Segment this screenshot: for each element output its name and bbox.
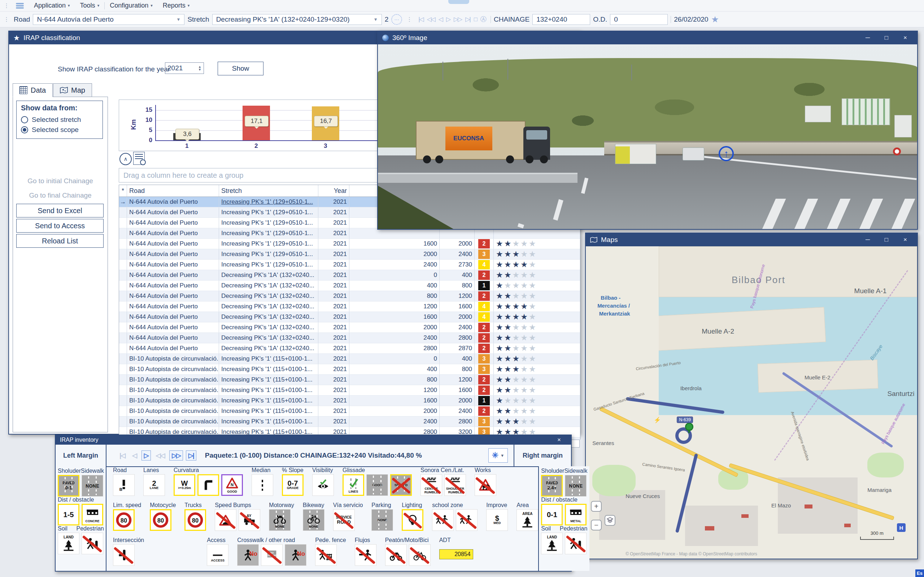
inventory-tile-truck[interactable]: AY: [239, 509, 260, 531]
table-row[interactable]: N-644 Autovía del PuertoDecreasing PK's …: [119, 312, 580, 322]
table-row[interactable]: BI-10 Autopista de circunvalació...Incre…: [119, 396, 580, 406]
table-row[interactable]: N-644 Autovía del PuertoDecreasing PK's …: [119, 333, 580, 343]
inventory-tile-w[interactable]: W>=3.25m: [174, 474, 195, 496]
table-row[interactable]: BI-10 Autopista de circunvalació...Incre…: [119, 406, 580, 416]
inventory-tile-1-5[interactable]: 1-5: [58, 504, 79, 525]
inventory-tile-roadx[interactable]: SEALED: [390, 474, 412, 496]
table-row[interactable]: N-644 Autovía del PuertoDecreasing PK's …: [119, 270, 580, 280]
inventory-tile-road[interactable]: NONE: [565, 475, 586, 496]
layers-button[interactable]: [604, 515, 615, 526]
tab-data[interactable]: Data: [13, 83, 53, 97]
send-to-excel-button[interactable]: Send to Excel: [16, 204, 103, 218]
table-row[interactable]: N-644 Autovía del PuertoDecreasing PK's …: [119, 322, 580, 333]
column-header[interactable]: Road: [127, 185, 219, 197]
menu-item-tools[interactable]: Tools▾: [75, 2, 105, 10]
inventory-tile-eye[interactable]: [312, 474, 334, 496]
send-to-access-button[interactable]: Send to Access: [16, 219, 103, 233]
inventory-tile-pedsign[interactable]: PEDCROSSING: [261, 544, 283, 566]
inventory-nav-icon[interactable]: ▷|: [186, 450, 196, 461]
toolbar-nav-icon[interactable]: ▷|: [464, 16, 472, 23]
toolbar-nav-icon[interactable]: Ⓐ: [478, 15, 488, 23]
inventory-tile-road[interactable]: PAVED0-1: [58, 475, 79, 496]
street-photo[interactable]: EUCONSA ↑: [378, 44, 917, 229]
table-row[interactable]: N-644 Autovía del PuertoDecreasing PK's …: [119, 343, 580, 354]
table-row[interactable]: N-644 Autovía del PuertoDecreasing PK's …: [119, 291, 580, 301]
inventory-tile-pedfence[interactable]: [315, 544, 337, 566]
top-center-tab[interactable]: [448, 0, 469, 4]
inventory-tile-pedbollard[interactable]: [565, 533, 586, 554]
year-spinner[interactable]: 2021 ▲▼: [165, 62, 204, 74]
toolbar-nav-icon[interactable]: □: [472, 16, 478, 23]
inventory-tile-median[interactable]: [252, 474, 273, 496]
inventory-tile-tree[interactable]: LAND: [58, 533, 79, 554]
inventory-tile-turn[interactable]: [197, 474, 219, 496]
inventory-tile-s80[interactable]: 80: [184, 509, 206, 531]
table-row[interactable]: BI-10 Autopista de circunvalació...Incre…: [119, 385, 580, 396]
inventory-tile-s80[interactable]: 80: [113, 509, 135, 531]
inventory-nav-icon[interactable]: ◁: [130, 451, 139, 460]
toolbar-nav-icon[interactable]: ◁◁: [425, 16, 437, 23]
maximize-button[interactable]: □: [879, 34, 894, 42]
close-button[interactable]: ×: [898, 34, 913, 42]
inventory-nav-icon[interactable]: |◁: [117, 451, 127, 460]
inventory-tile-intersect[interactable]: [113, 544, 135, 566]
table-row[interactable]: BI-10 Autopista de circunvalació...Incre…: [119, 416, 580, 427]
inventory-tile-road[interactable]: NONE: [82, 475, 103, 496]
inventory-tile-road[interactable]: PAVED2.4+: [541, 475, 563, 496]
inventory-tile-lines[interactable]: LINES: [342, 474, 364, 496]
inventory-tile-works[interactable]: [475, 474, 496, 496]
menu-item-reports[interactable]: Reports▾: [158, 2, 195, 10]
collapse-chart-button[interactable]: ∧: [120, 153, 132, 165]
close-button[interactable]: ×: [898, 236, 913, 243]
inventory-tile-barrier[interactable]: METAL: [565, 504, 586, 525]
inventory-tile-road[interactable]: SERVICEROAD: [333, 509, 355, 531]
inventory-tile-motob[interactable]: [385, 544, 407, 566]
menu-item-application[interactable]: Application▾: [29, 2, 75, 10]
inventory-tile-bump[interactable]: [215, 509, 236, 531]
inventory-tile-2[interactable]: 2LANE: [143, 474, 165, 496]
inventory-tile-warnN[interactable]: NGOOD: [221, 474, 243, 496]
chainage-input[interactable]: 132+0240: [532, 14, 590, 25]
od-input[interactable]: 0: [610, 14, 668, 25]
inventory-tile-bulb[interactable]: [402, 509, 423, 531]
tab-map[interactable]: Map: [53, 83, 92, 97]
inventory-tile-road[interactable]: NONE: [372, 509, 393, 531]
zoom-in-button[interactable]: +: [591, 501, 602, 512]
toolbar-nav-icon[interactable]: ▷: [444, 16, 452, 23]
map-canvas[interactable]: ⚡ Bilbao PortMuelle A-1Muelle A-2Bilbao …: [586, 246, 917, 559]
stretch-select[interactable]: Decreasing PK's '1A' (132+0240-129+0320)…: [212, 14, 382, 25]
inventory-settings-button[interactable]: ✳▼: [488, 448, 508, 463]
inventory-tile-barrier[interactable]: CONCRE: [82, 504, 103, 525]
inventory-tile-school[interactable]: [432, 509, 454, 531]
menu-item-configuration[interactable]: Configuration▾: [105, 2, 158, 10]
inventory-nav-icon[interactable]: ◁◁: [154, 451, 167, 460]
table-row[interactable]: N-644 Autovía del PuertoDecreasing PK's …: [119, 301, 580, 312]
table-row[interactable]: BI-10 Autopista de circunvalació...Incre…: [119, 354, 580, 364]
inventory-tile-motob[interactable]: NONE: [269, 509, 291, 531]
inventory-tile-roadB[interactable]: B: [113, 474, 135, 496]
inventory-tile-school[interactable]: [456, 509, 478, 531]
inventory-tile-s80[interactable]: 80: [150, 509, 171, 531]
radio-selected-stretch[interactable]: Selected stretch: [21, 116, 102, 124]
column-header-marker[interactable]: *: [119, 185, 127, 197]
inventory-tile-rumble[interactable]: CENTRE RUMBLE: [420, 474, 442, 496]
spinner-arrows-icon[interactable]: ▲▼: [198, 65, 201, 71]
navigation-arrow-icon[interactable]: ↑: [719, 146, 734, 161]
zoom-out-button[interactable]: −: [591, 520, 602, 530]
maximize-button[interactable]: □: [879, 236, 894, 243]
grid-settings-icon[interactable]: [133, 152, 145, 165]
table-row[interactable]: N-644 Autovía del PuertoIncreasing PK's …: [119, 259, 580, 270]
table-row[interactable]: N-644 Autovía del PuertoIncreasing PK's …: [119, 249, 580, 259]
toolbar-nav-icon[interactable]: ◁: [437, 16, 444, 23]
inventory-tile-pedbollard[interactable]: [82, 533, 103, 554]
window-titlebar[interactable]: Maps ─ □ ×: [586, 233, 917, 246]
inventory-tile-access[interactable]: ACCESS: [207, 544, 228, 566]
toolbar-nav-icon[interactable]: ▷▷: [452, 16, 464, 23]
column-header[interactable]: Year: [318, 185, 349, 197]
close-button[interactable]: ×: [551, 436, 567, 443]
inventory-tile-pedg[interactable]: No: [237, 544, 259, 566]
inventory-tile-tree[interactable]: LAND: [541, 533, 563, 554]
table-row[interactable]: N-644 Autovía del PuertoDecreasing PK's …: [119, 280, 580, 291]
minimize-button[interactable]: ─: [860, 34, 875, 42]
inventory-tile-0-7[interactable]: 0-7GRADE: [282, 474, 304, 496]
